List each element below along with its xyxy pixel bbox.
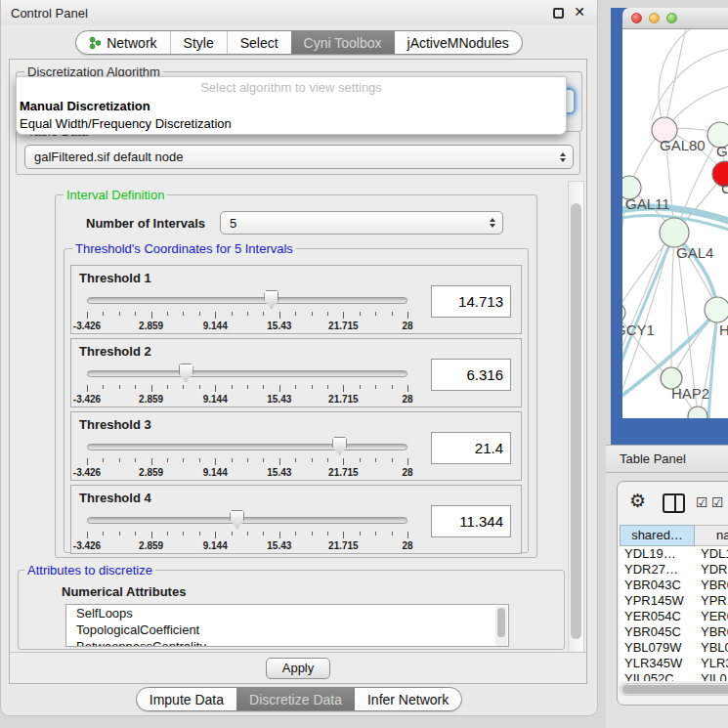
threshold-slider[interactable]: -3.4262.8599.14415.4321.71528 xyxy=(87,436,407,479)
table-row[interactable]: YBL079WYBL0 xyxy=(620,640,728,656)
table-row[interactable]: YER054CYER0 xyxy=(620,609,728,624)
table-horizontal-scrollbar[interactable] xyxy=(620,683,728,696)
apply-button[interactable]: Apply xyxy=(266,658,330,679)
threshold-value-field[interactable]: 6.316 xyxy=(431,359,511,391)
cell-name: YER0 xyxy=(695,609,728,624)
tab-network[interactable]: Network xyxy=(76,31,169,54)
slider-thumb[interactable] xyxy=(179,364,193,382)
cell-shared-name: YBL079W xyxy=(620,640,695,656)
number-of-intervals-combobox[interactable]: 5 xyxy=(220,211,503,235)
table-row[interactable]: YDL19…YDL1 xyxy=(620,546,728,562)
stepper-arrows-icon xyxy=(490,218,495,228)
cyni-bottom-tab-bar: Impute DataDiscretize DataInfer Network xyxy=(1,687,597,711)
slider-track[interactable] xyxy=(87,444,407,450)
threshold-slider[interactable]: -3.4262.8599.14415.4321.71528 xyxy=(87,289,407,332)
threshold-slider[interactable]: -3.4262.8599.14415.4321.71528 xyxy=(87,509,407,552)
table-row[interactable]: YLR345WYLR3 xyxy=(620,656,728,671)
close-traffic-light-icon[interactable] xyxy=(631,13,642,23)
checkbox-icon[interactable]: ☑ xyxy=(696,494,708,510)
slider-track[interactable] xyxy=(87,517,407,524)
attribute-items: SelfLoopsTopologicalCoefficientBetweenne… xyxy=(66,605,508,647)
tick-label: 21.715 xyxy=(328,540,359,551)
control-panel-tab-bar: NetworkStyleSelectCyni ToolboxjActiveMNo… xyxy=(1,30,597,55)
tab-label: jActiveMNodules xyxy=(407,35,509,51)
gear-icon[interactable]: ⚙ xyxy=(629,490,646,512)
close-panel-icon[interactable]: ✕ xyxy=(574,4,585,20)
threshold-value-field[interactable]: 14.713 xyxy=(431,285,511,318)
tab-jactivemnodules[interactable]: jActiveMNodules xyxy=(395,31,522,54)
float-window-icon[interactable] xyxy=(553,8,564,19)
threshold-value-field[interactable]: 21.4 xyxy=(431,432,511,464)
network-node-label: GAL80 xyxy=(660,137,706,153)
tick-label: -3.426 xyxy=(73,321,101,331)
network-node-label: C xyxy=(721,180,728,196)
cell-name: YBL0 xyxy=(695,640,728,656)
split-table-icon[interactable] xyxy=(663,493,685,513)
table-row[interactable]: YIL052CYIL0 xyxy=(620,671,728,681)
network-node-label: H xyxy=(719,321,728,338)
slider-thumb[interactable] xyxy=(264,290,278,309)
main-vertical-scrollbar[interactable] xyxy=(568,181,584,654)
threshold-value-field[interactable]: 11.344 xyxy=(431,505,511,537)
scrollbar-thumb[interactable] xyxy=(497,608,505,637)
tab-discretize-data[interactable]: Discretize Data xyxy=(236,688,355,710)
dropdown-placeholder: Select algorithm to view settings xyxy=(17,77,566,98)
attributes-scrollbar[interactable] xyxy=(495,606,507,647)
number-of-intervals-value: 5 xyxy=(230,216,236,231)
tab-label: Infer Network xyxy=(367,692,449,707)
dropdown-item-manual-discretization[interactable]: Manual Discretization xyxy=(17,98,566,115)
cell-shared-name: YDL19… xyxy=(620,546,695,562)
checkbox-icon[interactable]: ☑ xyxy=(711,494,724,510)
numerical-attributes-list[interactable]: SelfLoopsTopologicalCoefficientBetweenne… xyxy=(65,604,509,647)
slider-thumb[interactable] xyxy=(332,437,347,455)
tick-label: -3.426 xyxy=(73,540,101,551)
slider-ticks xyxy=(87,458,407,466)
network-node-h[interactable] xyxy=(705,297,728,322)
slider-thumb[interactable] xyxy=(230,510,244,529)
attribute-item-betweennesscentrality[interactable]: BetweennessCentrality xyxy=(66,638,508,647)
tab-select[interactable]: Select xyxy=(227,31,291,54)
table-row[interactable]: YBR045CYBR0 xyxy=(620,624,728,640)
network-node[interactable] xyxy=(688,407,707,418)
node-table-container: ⚙ ☑ ☑ shared… na YDL19…YDL1YDR27…YDR2YBR… xyxy=(617,481,728,706)
cyni-toolbox-panel: Discretization Algorithm Select algorith… xyxy=(9,59,587,684)
zoom-traffic-light-icon[interactable] xyxy=(666,13,677,23)
control-panel-window: Control Panel ✕ NetworkStyleSelectCyni T… xyxy=(0,0,598,716)
network-window-titlebar[interactable] xyxy=(622,8,728,29)
tab-label: Discretize Data xyxy=(249,692,342,707)
network-node-gcy1[interactable] xyxy=(622,303,625,322)
column-header-name[interactable]: na xyxy=(695,525,728,546)
network-graph[interactable]: GAL80GACGAL11GAL4GCY1HHAP2 xyxy=(622,29,728,418)
minimize-traffic-light-icon[interactable] xyxy=(649,13,660,23)
dropdown-item-equal-width-frequency[interactable]: Equal Width/Frequency Discretization xyxy=(17,115,566,133)
scrollbar-thumb[interactable] xyxy=(622,685,728,694)
slider-track[interactable] xyxy=(87,297,407,304)
attribute-item-selfloops[interactable]: SelfLoops xyxy=(66,605,508,621)
tab-style[interactable]: Style xyxy=(170,31,227,54)
slider-tick-labels: -3.4262.8599.14415.4321.71528 xyxy=(87,394,407,406)
group-title-attributes: Attributes to discretize xyxy=(24,563,155,578)
tick-label: 2.859 xyxy=(139,321,163,331)
table-row[interactable]: YDR27…YDR2 xyxy=(620,562,728,578)
column-header-shared-name[interactable]: shared… xyxy=(620,525,695,546)
tab-impute-data[interactable]: Impute Data xyxy=(137,688,236,710)
slider-track[interactable] xyxy=(87,370,407,377)
cell-name: YBR0 xyxy=(695,578,728,593)
table-data-value: galFiltered.sif default node xyxy=(34,150,183,164)
table-data-combobox[interactable]: galFiltered.sif default node xyxy=(24,145,574,169)
table-row[interactable]: YPR145WYPR1 xyxy=(620,593,728,609)
network-node-label: HAP2 xyxy=(671,385,709,402)
threshold-panel-3: Threshold 3-3.4262.8599.14415.4321.71528… xyxy=(70,411,522,481)
scrollbar-thumb[interactable] xyxy=(571,203,581,639)
threshold-slider[interactable]: -3.4262.8599.14415.4321.71528 xyxy=(87,363,407,406)
table-row[interactable]: YBR043CYBR0 xyxy=(620,578,728,593)
tab-segment-control: NetworkStyleSelectCyni ToolboxjActiveMNo… xyxy=(75,30,523,55)
cell-shared-name: YDR27… xyxy=(620,562,695,578)
tick-label: 21.715 xyxy=(328,321,359,331)
tab-cyni-toolbox[interactable]: Cyni Toolbox xyxy=(291,31,395,54)
attribute-item-topologicalcoefficient[interactable]: TopologicalCoefficient xyxy=(66,621,508,638)
network-node-gal4[interactable] xyxy=(660,218,689,247)
tick-label: 15.43 xyxy=(267,467,291,478)
threshold-panel-2: Threshold 2-3.4262.8599.14415.4321.71528… xyxy=(70,338,522,407)
tab-infer-network[interactable]: Infer Network xyxy=(355,688,461,710)
